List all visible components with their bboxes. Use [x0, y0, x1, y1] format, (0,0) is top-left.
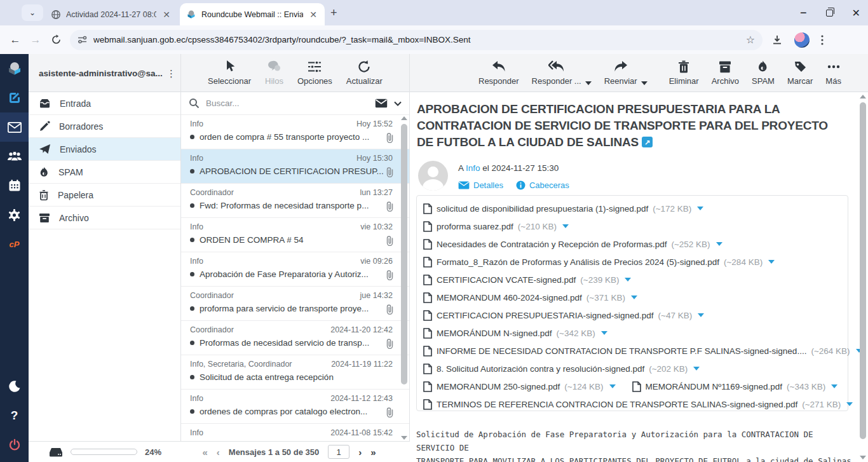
attachment-menu-caret-icon[interactable]	[846, 402, 853, 406]
search-options-chevron-icon[interactable]	[394, 101, 402, 106]
message-list-scrollbar[interactable]	[400, 115, 408, 441]
first-page-button[interactable]: «	[202, 447, 207, 458]
attachment-menu-caret-icon[interactable]	[562, 224, 569, 228]
attachment-item[interactable]: MEMORÁNDUM Nº1169-signed.pdf(~343 KB)	[632, 381, 838, 392]
logout-power-icon[interactable]	[0, 430, 29, 459]
address-bar[interactable]: webmail.sanjuan.gob.ec/cpsess3846753402/…	[70, 30, 763, 50]
recipient-link[interactable]: Info	[466, 163, 480, 173]
dark-mode-moon-icon[interactable]	[0, 372, 29, 401]
attachment-item[interactable]: INFORME DE NECESIDAD CONTRATACION DE TRA…	[423, 346, 862, 357]
window-restore-button[interactable]	[826, 10, 833, 17]
attachment-item[interactable]: CERTIFICACION VCATE-signed.pdf(~239 KB)	[423, 275, 631, 285]
more-button[interactable]: Más	[825, 60, 841, 86]
message-row-selected[interactable]: InfoHoy 15:30 APROBACION DE CERTIFICACIO…	[181, 149, 409, 184]
headers-link[interactable]: Cabeceras	[516, 180, 569, 190]
threads-button[interactable]: Hilos	[265, 60, 283, 86]
sidebar-item-spam[interactable]: SPAM	[29, 161, 180, 184]
message-view-scrollbar[interactable]	[859, 93, 867, 461]
options-button[interactable]: Opciones	[297, 60, 332, 86]
details-link[interactable]: Detalles	[458, 180, 503, 190]
rail-settings-button[interactable]	[0, 200, 29, 229]
site-settings-icon[interactable]	[78, 35, 87, 44]
message-row[interactable]: Info, Secretaria, Coordinador2024-11-19 …	[181, 355, 409, 390]
search-input[interactable]	[206, 99, 369, 108]
attachment-item[interactable]: Necesidades de Contratación y Recepción …	[423, 239, 722, 250]
message-row[interactable]: Coordinadorlun 13:27 Fwd: Proformas de n…	[181, 184, 409, 218]
message-row[interactable]: Coordinador2024-11-20 12:42 Proformas de…	[181, 321, 409, 355]
attachment-menu-caret-icon[interactable]	[631, 296, 637, 299]
delete-button[interactable]: Eliminar	[669, 60, 699, 86]
browser-profile-avatar[interactable]	[794, 32, 810, 48]
attachment-item[interactable]: 8. Solicitud Autorización contra y resol…	[423, 363, 700, 374]
scroll-down-icon[interactable]	[860, 456, 866, 459]
scroll-up-icon[interactable]	[860, 95, 866, 99]
attachment-menu-caret-icon[interactable]	[697, 207, 703, 210]
sidebar-item-papelera[interactable]: Papelera	[29, 184, 180, 207]
reply-all-button[interactable]: Responder ...	[532, 60, 581, 86]
attachment-menu-caret-icon[interactable]	[831, 384, 837, 388]
open-external-icon[interactable]	[642, 137, 653, 147]
attachment-menu-caret-icon[interactable]	[768, 260, 775, 264]
attachment-menu-caret-icon[interactable]	[625, 278, 631, 282]
select-button[interactable]: Seleccionar	[208, 60, 251, 86]
sidebar-item-archivo[interactable]: Archivo	[29, 207, 180, 229]
message-row[interactable]: Infovie 09:26 Aprobación de Fase Prepara…	[181, 252, 409, 287]
message-row[interactable]: Info2024-11-08 15:42	[181, 424, 409, 441]
sidebar-item-entrada[interactable]: Entrada	[29, 92, 180, 115]
tab-search-button[interactable]: ⌄	[22, 4, 43, 21]
attachment-item[interactable]: MEMORANDUM 460-2024-signed.pdf(~371 KB)	[423, 292, 637, 303]
attachment-item[interactable]: CERTIFICACION PRESUPUESTARIA-signed-sign…	[423, 310, 704, 321]
rail-mail-button[interactable]	[0, 112, 29, 142]
scroll-up-icon[interactable]	[401, 116, 407, 120]
attachment-item[interactable]: MEMORANDUM 250-signed.pdf(~124 KB)	[423, 381, 616, 392]
message-row[interactable]: Infovie 10:32 ORDEN DE COMPRA # 54	[181, 218, 409, 252]
chrome-menu-icon[interactable]	[821, 35, 824, 45]
reply-all-menu-caret-icon[interactable]	[585, 81, 592, 85]
search-scope-mail-icon[interactable]	[375, 99, 388, 108]
attachment-menu-caret-icon[interactable]	[698, 313, 704, 317]
downloads-icon[interactable]	[771, 34, 783, 46]
reload-button[interactable]	[46, 34, 66, 45]
rail-contacts-button[interactable]	[0, 142, 29, 171]
compose-button[interactable]	[0, 83, 29, 112]
browser-tab-roundcube[interactable]: Roundcube Webmail :: Enviados ✕	[180, 3, 325, 25]
tab-close-icon[interactable]: ✕	[161, 10, 172, 20]
attachment-menu-caret-icon[interactable]	[693, 367, 700, 370]
window-minimize-button[interactable]: −	[800, 6, 807, 20]
message-row[interactable]: Info2024-11-12 12:43 ordenes de compras …	[181, 390, 409, 424]
archive-button[interactable]: Archivo	[712, 60, 739, 86]
spam-button[interactable]: SPAM	[752, 60, 775, 86]
bookmark-star-icon[interactable]: ☆	[746, 34, 755, 46]
sidebar-item-borradores[interactable]: Borradores	[29, 115, 180, 138]
attachment-item[interactable]: MEMORÁNDUM N-signed.pdf(~342 KB)	[423, 328, 607, 339]
next-page-button[interactable]: ›	[358, 447, 362, 458]
page-number-input[interactable]	[328, 445, 349, 459]
message-row[interactable]: Coordinadorjue 14:32 proforma para servi…	[181, 287, 409, 321]
browser-tab-activity[interactable]: Actividad 2024-11-27 08:00:00 ✕	[44, 3, 178, 25]
attachment-item[interactable]: solicitud de disponibilidad presupuestar…	[423, 203, 703, 214]
back-button[interactable]: ←	[5, 34, 25, 46]
reply-button[interactable]: Responder	[478, 60, 519, 86]
forward-menu-caret-icon[interactable]	[641, 81, 648, 85]
prev-page-button[interactable]: ‹	[217, 447, 220, 458]
rail-calendar-button[interactable]	[0, 171, 29, 200]
message-row[interactable]: InfoHoy 15:52 orden de compra # 55 trans…	[181, 115, 409, 149]
last-page-button[interactable]: »	[370, 447, 376, 458]
window-close-button[interactable]: ✕	[852, 7, 860, 19]
sidebar-item-enviados[interactable]: Enviados	[29, 138, 180, 161]
attachment-menu-caret-icon[interactable]	[716, 242, 722, 246]
forward-button[interactable]: Reenviar	[604, 60, 637, 86]
help-icon[interactable]: ?	[0, 401, 29, 430]
account-menu-icon[interactable]: ⋮	[166, 72, 175, 75]
forward-button[interactable]: →	[25, 34, 46, 46]
new-tab-button[interactable]: +	[330, 6, 337, 20]
refresh-button[interactable]: Actualizar	[346, 60, 383, 86]
tab-close-icon[interactable]: ✕	[308, 10, 318, 20]
attachment-item[interactable]: TERMINOS DE REFERENCIA CONTRACION DE TRA…	[423, 399, 853, 410]
scroll-down-icon[interactable]	[401, 436, 407, 440]
attachment-item[interactable]: proforma suarez.pdf(~210 KB)	[423, 221, 569, 232]
attachment-menu-caret-icon[interactable]	[601, 331, 607, 335]
cpanel-icon[interactable]: cP	[0, 229, 29, 259]
attachment-menu-caret-icon[interactable]	[609, 384, 616, 388]
attachment-item[interactable]: Formato_8_Razón de Proformas y Análisis …	[423, 257, 775, 268]
